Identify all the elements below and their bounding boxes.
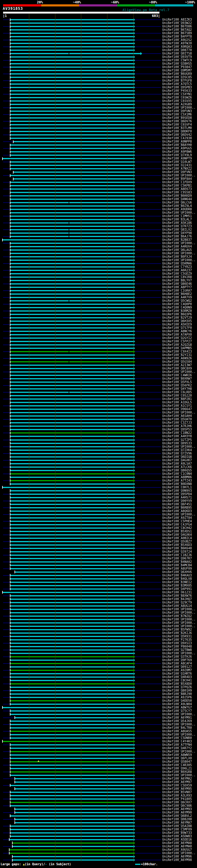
alignment-bar[interactable] [10,216,133,217]
hit-label[interactable]: UniRef100_A7TZ43 [162,479,192,482]
alignment-bar[interactable] [10,680,133,681]
hit-label[interactable]: UniRef100_C8CH42 [162,527,192,530]
alignment-bar[interactable] [13,141,133,142]
alignment-bar[interactable] [10,463,133,464]
alignment-bar[interactable] [10,29,133,30]
hit-label[interactable]: UniRef100_A4H3Y8 [162,435,192,438]
alignment-bar[interactable] [10,381,133,383]
alignment-bar[interactable] [10,43,133,44]
alignment-bar[interactable] [10,832,133,834]
hit-label[interactable]: UniRef100_B4QLV8 [162,577,192,581]
alignment-bar[interactable] [10,94,133,95]
hit-label[interactable]: UniRef100_Q9FUN3 [162,110,192,113]
alignment-bar[interactable] [10,50,133,51]
hit-label[interactable]: UniRef100_A5HIE9 [162,323,192,326]
hit-label[interactable]: UniRef100_A6YM91 [162,716,192,719]
hit-label[interactable]: UniRef100_Q29CT9 [162,601,192,604]
alignment-bar[interactable] [15,788,133,789]
hit-label[interactable]: UniRef100_C1C0N4 [162,472,192,475]
hit-label[interactable]: UniRef100_C8V2R8 [162,276,192,279]
alignment-bar[interactable] [10,348,133,349]
alignment-bar[interactable] [10,582,133,583]
hit-label[interactable]: UniRef100_Q38HS5 [162,62,192,65]
hit-label[interactable]: UniRef100_Q7R7Z3 [162,225,192,228]
hit-label[interactable]: UniRef100_A5K186 [162,221,192,224]
hit-label[interactable]: UniRef100_A6N9Z6 [162,357,192,360]
hit-label[interactable]: UniRef100_C0H7L1 [162,486,192,489]
alignment-bar[interactable] [10,145,133,146]
hit-label[interactable]: UniRef100_B6T5B9 [162,32,192,35]
hit-label[interactable]: UniRef100_A8UG14 [162,604,192,608]
hit-label[interactable]: UniRef100_A7TFN4 [162,743,192,746]
alignment-bar[interactable] [12,842,133,844]
hit-label[interactable]: UniRef100_Q0C8X9 [162,367,192,370]
hit-label[interactable]: UniRef100_C5DNR0 [162,737,192,740]
hit-label[interactable]: UniRef100_Q95P53 [162,428,192,431]
alignment-bar[interactable] [10,561,133,563]
hit-label[interactable]: UniRef100_Q6XHV6 [162,570,192,574]
hit-label[interactable]: UniRef100_A6YM90 [162,811,192,814]
hit-label[interactable]: UniRef100_UPI000.. [162,174,195,177]
hit-label[interactable]: UniRef100_Q08770 [162,49,192,52]
alignment-bar[interactable] [13,172,133,173]
alignment-bar[interactable] [10,341,133,342]
alignment-bar[interactable] [12,859,133,861]
hit-label[interactable]: UniRef100_Q5CWQ2 [162,299,192,302]
alignment-bar[interactable] [10,104,133,105]
hit-label[interactable]: UniRef100_B8LYV7 [162,279,192,282]
alignment-bar[interactable] [10,724,133,725]
alignment-bar[interactable] [10,551,133,552]
alignment-bar[interactable] [10,351,133,352]
hit-label[interactable]: UniRef100_B0XRW7 [162,377,192,380]
hit-label[interactable]: UniRef100_A9RQA3 [162,45,192,48]
hit-label[interactable]: UniRef100_C5KPB1 [162,184,192,187]
hit-label[interactable]: UniRef100_B6AJ76 [162,235,192,238]
hit-label[interactable]: UniRef100_Q6BVL2 [162,814,192,817]
alignment-bar[interactable] [10,182,133,183]
hit-label[interactable]: UniRef100_Q4N644 [162,198,192,201]
hit-label[interactable]: UniRef100_Q08200 [162,818,192,821]
alignment-bar[interactable] [15,778,133,779]
hit-label[interactable]: UniRef100_Q5UAT0 [162,418,192,421]
alignment-bar[interactable] [10,826,133,827]
hit-label[interactable]: UniRef100_B6TAQ2 [162,28,192,31]
hit-label[interactable]: UniRef100_Q5B047 [162,760,192,763]
alignment-bar[interactable] [10,151,133,152]
alignment-bar[interactable] [10,761,133,763]
hit-label[interactable]: UniRef100_C4JFG4 [162,523,192,526]
hit-label[interactable]: UniRef100_UPI000.. [162,618,195,621]
hit-label[interactable]: UniRef100_UPI000.. [162,713,195,716]
hit-label[interactable]: UniRef100_A7RJH6 [162,425,192,428]
alignment-bar[interactable] [10,731,133,732]
alignment-bar[interactable] [10,310,133,312]
hit-label[interactable]: UniRef100_B4LTR0 [162,726,192,730]
alignment-bar[interactable] [10,748,133,749]
alignment-bar[interactable] [10,392,133,393]
alignment-bar[interactable] [10,649,133,651]
alignment-bar[interactable] [10,548,133,549]
alignment-bar[interactable] [2,707,133,708]
alignment-bar[interactable] [10,426,133,427]
alignment-bar[interactable] [10,541,133,542]
alignment-bar[interactable] [10,687,133,688]
alignment-bar[interactable] [9,852,133,854]
alignment-bar[interactable] [10,114,133,115]
hit-label[interactable]: UniRef100_B2B837 [162,238,192,241]
hit-label[interactable]: UniRef100_B4KAU3 [162,574,192,577]
alignment-bar[interactable] [10,466,133,468]
alignment-bar[interactable] [10,212,133,213]
hit-label[interactable]: UniRef100_Q9N9V3 [162,489,192,492]
alignment-bar[interactable] [10,829,133,830]
alignment-bar[interactable] [10,361,133,363]
alignment-bar[interactable] [10,192,133,193]
alignment-bar[interactable] [10,56,133,58]
hit-label[interactable]: UniRef100_Q967R7 [162,557,192,560]
hit-label[interactable]: UniRef100_B2KIJ6 [162,631,192,634]
hit-label[interactable]: UniRef100_A6YM97 [162,780,192,784]
hit-label[interactable]: UniRef100_UPI000.. [162,852,195,855]
alignment-bar[interactable] [10,300,133,302]
hit-label[interactable]: UniRef100_B8P2B1 [162,398,192,401]
hit-label[interactable]: UniRef100_Q93VT9 [162,55,192,59]
alignment-bar[interactable] [10,768,133,769]
hit-label[interactable]: UniRef100_Q7S7F0 [162,327,192,330]
